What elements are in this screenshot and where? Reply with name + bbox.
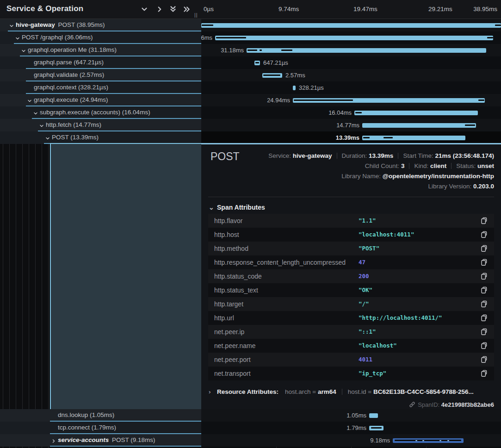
chevron-down-icon[interactable] <box>9 22 14 28</box>
meta-line: Library Name: @opentelemetry/instrumenta… <box>268 171 494 181</box>
meta-separator <box>337 153 337 159</box>
service-name: hive-gateway <box>16 21 55 28</box>
span-duration-label: 14.77ms <box>336 122 359 129</box>
span-bar[interactable] <box>362 136 465 140</box>
span-tree-row[interactable]: graphql.operation Me (31.18ms) <box>0 44 201 56</box>
copy-icon[interactable] <box>481 370 488 377</box>
operation-name: subgraph.execute (accounts) (16.04ms) <box>40 109 150 116</box>
span-duration-label: 24.94ms <box>267 97 290 104</box>
span-bar-child-marker <box>260 50 262 51</box>
meta-value: client <box>430 162 446 169</box>
span-id-line: SpanID: 4e21998f3b82abe6 <box>409 401 494 408</box>
expand-one-icon-chevron-right-icon[interactable] <box>155 5 164 13</box>
meta-value: 0.203.0 <box>473 183 494 190</box>
expand-all-icon-double-chevron-right-icon[interactable] <box>182 5 191 13</box>
span-tree-row[interactable]: service-accounts POST (9.18ms) <box>0 434 201 447</box>
span-tree-row[interactable]: http.fetch (14.77ms) <box>0 119 201 131</box>
timeline-row[interactable]: 24.94ms <box>201 94 501 106</box>
span-tree-row[interactable]: graphql.context (328.21µs) <box>0 81 201 94</box>
span-duration-label: 13.39ms <box>336 134 359 141</box>
span-tree-row[interactable]: graphql.validate (2.57ms) <box>0 69 201 81</box>
copy-icon[interactable] <box>481 273 488 280</box>
resource-key: host.id = <box>348 388 373 395</box>
timeline-row[interactable]: 13.39ms <box>201 131 501 144</box>
meta-key: Library Name: <box>341 173 383 180</box>
timeline-row[interactable]: 2.57ms <box>201 69 501 81</box>
span-bar-child-marker <box>478 100 484 101</box>
timeline-row[interactable] <box>201 19 501 31</box>
span-bar[interactable] <box>354 111 478 115</box>
timeline-row[interactable]: 9.18ms <box>201 434 501 447</box>
meta-value: unset <box>477 162 494 169</box>
resource-attributes-row[interactable]: ›Resource Attributes:host.arch = arm64ho… <box>209 388 474 395</box>
chevron-down-icon[interactable] <box>45 135 50 140</box>
span-tree-row[interactable]: hive-gateway POST (38.95ms) <box>0 19 201 31</box>
copy-icon[interactable] <box>481 217 488 224</box>
copy-icon[interactable] <box>481 314 488 322</box>
span-tree-row[interactable]: POST (13.39ms) <box>0 131 201 144</box>
attribute-key: http.flavor <box>214 217 242 224</box>
operation-name: graphql.validate (2.57ms) <box>34 71 104 78</box>
span-duration-label: 6ms <box>201 34 212 41</box>
attribute-key: http.response_content_length_uncompresse… <box>214 259 346 266</box>
copy-icon[interactable] <box>481 231 488 238</box>
copy-icon[interactable] <box>481 328 488 336</box>
timeline-header: 0µs9.74ms19.47ms29.21ms38.95ms <box>201 0 501 19</box>
operation-name: graphql.context (328.21µs) <box>34 84 108 91</box>
attribute-key: net.peer.port <box>214 356 251 363</box>
span-bar[interactable] <box>215 36 493 40</box>
attribute-row: http.url"http://localhost:4011/" <box>208 311 494 325</box>
timeline-row[interactable]: 328.21µs <box>201 81 501 94</box>
attribute-value: "localhost:4011" <box>359 231 414 238</box>
span-bar[interactable] <box>362 123 476 128</box>
attribute-row: net.peer.port4011 <box>208 353 494 367</box>
attribute-row: http.flavor"1.1" <box>208 214 494 228</box>
span-bar-child-marker <box>371 427 382 429</box>
attribute-key: http.status_text <box>214 286 258 294</box>
timeline-row[interactable]: 6ms <box>201 31 501 44</box>
chevron-down-icon[interactable] <box>15 35 20 40</box>
chevron-down-icon[interactable] <box>21 47 26 53</box>
span-attributes-toggle[interactable]: ⌄Span Attributes <box>209 204 265 211</box>
timeline-row[interactable]: 1.79ms <box>201 422 501 434</box>
copy-icon[interactable] <box>481 286 488 294</box>
chevron-down-icon[interactable] <box>39 122 44 128</box>
panel-resize-handle[interactable]: || <box>194 12 200 18</box>
attribute-value: "::1" <box>359 328 376 335</box>
collapse-all-icon-double-chevron-down-icon[interactable] <box>169 5 177 13</box>
chevron-down-icon[interactable] <box>27 97 32 103</box>
span-tree-row[interactable]: tcp.connect (1.79ms) <box>0 422 201 434</box>
span-tree-row[interactable]: subgraph.execute (accounts) (16.04ms) <box>0 106 201 119</box>
meta-key: Start Time: <box>403 152 435 159</box>
copy-icon[interactable] <box>481 342 488 349</box>
span-bar[interactable] <box>293 86 296 90</box>
span-tree-row[interactable]: graphql.execute (24.94ms) <box>0 94 201 106</box>
copy-icon[interactable] <box>481 259 488 266</box>
span-tree-row[interactable]: graphql.parse (647.21µs) <box>0 56 201 69</box>
chevron-down-icon[interactable] <box>33 110 38 115</box>
timeline-row[interactable]: 31.18ms <box>201 44 501 56</box>
span-label: graphql.operation Me (31.18ms) <box>28 46 117 53</box>
timeline-row[interactable]: 16.04ms <box>201 106 501 119</box>
chevron-down-icon: ⌄ <box>209 204 214 211</box>
span-bar-child-marker <box>487 37 493 38</box>
span-tree-row[interactable]: dns.lookup (1.05ms) <box>0 409 201 422</box>
timeline-row[interactable]: 14.77ms <box>201 119 501 131</box>
chevron-right-icon: › <box>209 388 214 395</box>
meta-key: Child Count: <box>365 162 401 169</box>
timeline-row[interactable]: 1.05ms <box>201 409 501 422</box>
chevron-right-icon[interactable] <box>51 437 56 443</box>
attribute-key: http.status_code <box>214 273 262 280</box>
resource-attributes-title: Resource Attributes: <box>217 388 278 395</box>
span-bar[interactable] <box>201 23 501 28</box>
timeline-row[interactable]: 647.21µs <box>201 56 501 69</box>
copy-icon[interactable] <box>481 356 488 363</box>
collapse-one-icon-chevron-down-icon[interactable] <box>140 5 148 13</box>
span-label: graphql.validate (2.57ms) <box>34 71 104 78</box>
copy-icon[interactable] <box>481 300 488 308</box>
copy-icon[interactable] <box>481 245 488 252</box>
span-bar[interactable] <box>369 413 378 418</box>
attribute-value: "OK" <box>359 286 372 293</box>
attribute-key: net.transport <box>214 370 251 377</box>
span-tree-row[interactable]: POST /graphql (36.06ms) <box>0 31 201 44</box>
